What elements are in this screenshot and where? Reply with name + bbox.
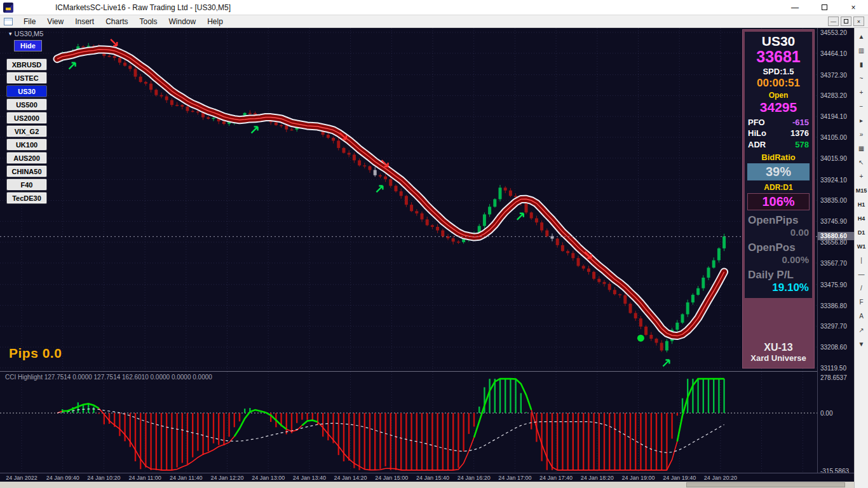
time-axis[interactable]: 24 Jan 202224 Jan 09:4024 Jan 10:2024 Ja…: [0, 473, 854, 482]
cci-indicator-canvas[interactable]: [0, 372, 817, 473]
menu-item-window[interactable]: Window: [163, 16, 202, 27]
zoom-out-icon[interactable]: −: [856, 100, 867, 113]
time-axis-label: 24 Jan 13:40: [293, 475, 326, 481]
symbol-button-us2000[interactable]: US2000: [6, 112, 47, 124]
chart-window-icon: [4, 18, 13, 25]
panel-footer-subtitle: Xard Universe: [743, 353, 814, 363]
mdi-minimize-button[interactable]: —: [828, 17, 839, 26]
price-scale[interactable]: 33680.60 34553.2034464.1034372.3034283.2…: [818, 28, 854, 482]
scroll-down-icon[interactable]: ▼: [856, 338, 867, 351]
time-axis-label: 24 Jan 19:00: [621, 475, 654, 481]
symbol-button-vix_g2[interactable]: VIX_G2: [6, 125, 47, 137]
app-logo-icon: [3, 3, 13, 13]
period-d1[interactable]: D1: [856, 226, 867, 239]
scroll-up-icon[interactable]: ▲: [856, 30, 867, 43]
symbol-button-f40[interactable]: F40: [6, 179, 47, 191]
window-controls: — ×: [780, 0, 868, 15]
open-pips-value: 0.00: [748, 227, 809, 238]
panel-row-pfo: PFO-615: [748, 117, 809, 128]
symbol-button-uk100[interactable]: UK100: [6, 139, 47, 151]
price-axis-label: 33924.10: [820, 177, 847, 184]
time-axis-label: 24 Jan 15:40: [416, 475, 449, 481]
horizontal-line-icon[interactable]: —: [856, 268, 867, 281]
symbol-button-ustec[interactable]: USTEC: [6, 72, 47, 84]
price-axis-label: 33567.70: [820, 260, 847, 267]
symbol-button-aus200[interactable]: AUS200: [6, 152, 47, 164]
signal-dot-icon: [637, 335, 644, 342]
line-chart-icon[interactable]: ~: [856, 72, 867, 85]
scrollbar-thumb[interactable]: [686, 482, 845, 487]
price-axis-label: 33745.90: [820, 218, 847, 225]
price-axis-label: 34194.10: [820, 113, 847, 120]
symbol-button-us500[interactable]: US500: [6, 98, 47, 111]
row-label: ADR: [748, 139, 766, 151]
price-axis-label: 33386.80: [820, 302, 847, 309]
period-m15[interactable]: M15: [856, 184, 867, 197]
candlestick-icon[interactable]: ▮: [856, 58, 867, 71]
symbol-button-tecde30[interactable]: TecDE30: [6, 192, 47, 204]
panel-stat-rows: PFO-615HiLo1376ADR578: [748, 117, 809, 151]
text-label-icon[interactable]: A: [856, 310, 867, 323]
time-axis-label: 24 Jan 15:00: [375, 475, 408, 481]
chart-shift-icon[interactable]: »: [856, 128, 867, 141]
price-axis-label: 33656.80: [820, 239, 847, 246]
time-axis-label: 24 Jan 10:20: [87, 475, 120, 481]
sell-arrow-icon: [111, 39, 117, 46]
panel-row-hilo: HiLo1376: [748, 128, 809, 139]
menu-item-help[interactable]: Help: [201, 16, 229, 27]
time-axis-label: 24 Jan 13:00: [252, 475, 285, 481]
menu-item-file[interactable]: File: [18, 16, 41, 27]
menu-item-view[interactable]: View: [41, 16, 69, 27]
zoom-in-icon[interactable]: +: [856, 86, 867, 99]
window-splitter[interactable]: [0, 371, 854, 372]
panel-open-price: 34295: [760, 100, 797, 114]
time-axis-label: 24 Jan 14:20: [334, 475, 367, 481]
indicator-header: CCI Highlight 127.7514 0.0000 127.7514 1…: [5, 374, 212, 381]
chart-symbol-tab[interactable]: ▾ US30,M5: [9, 30, 43, 37]
horizontal-scrollbar[interactable]: [0, 482, 854, 488]
vertical-line-icon[interactable]: |: [856, 254, 867, 267]
price-axis-label: 34553.20: [820, 29, 847, 36]
symbol-button-china50[interactable]: CHINA50: [6, 165, 47, 177]
mdi-close-button[interactable]: ×: [853, 17, 864, 26]
application-window: ICMarketsSC-Live16 - Raw Trading Ltd - […: [0, 0, 868, 488]
panel-footer-title: XU-13: [743, 342, 814, 353]
cursor-icon[interactable]: ↖: [856, 156, 867, 169]
row-value: -615: [792, 117, 809, 128]
menu-item-insert[interactable]: Insert: [69, 16, 100, 27]
price-chart-canvas[interactable]: [0, 28, 817, 371]
menu-items: FileViewInsertChartsToolsWindowHelp: [18, 16, 229, 27]
period-h1[interactable]: H1: [856, 198, 867, 211]
symbol-button-us30[interactable]: US30: [6, 85, 47, 97]
symbol-list: XBRUSDUSTECUS30US500US2000VIX_G2UK100AUS…: [6, 58, 47, 204]
cci-scale-label: 278.6537: [820, 374, 847, 381]
time-axis-label: 24 Jan 20:20: [704, 475, 737, 481]
grid-icon[interactable]: ▦: [856, 142, 867, 155]
close-button[interactable]: ×: [839, 0, 868, 15]
menu-item-tools[interactable]: Tools: [134, 16, 163, 27]
panel-bid-price: 33681: [756, 48, 801, 66]
time-axis-label: 24 Jan 2022: [6, 475, 37, 481]
period-h4[interactable]: H4: [856, 212, 867, 225]
menu-item-charts[interactable]: Charts: [100, 16, 133, 27]
arrow-objects-icon[interactable]: ↗: [856, 324, 867, 337]
bar-chart-icon[interactable]: ▥: [856, 44, 867, 57]
period-w1[interactable]: W1: [856, 240, 867, 253]
window-title: ICMarketsSC-Live16 - Raw Trading Ltd - […: [55, 3, 231, 12]
minimize-button[interactable]: —: [780, 0, 810, 15]
auto-scroll-icon[interactable]: ▸: [856, 114, 867, 127]
price-axis-label: 33119.50: [820, 365, 846, 372]
pips-counter: Pips 0.0: [9, 346, 62, 361]
symbol-button-xbrusd[interactable]: XBRUSD: [6, 58, 47, 71]
title-bar: ICMarketsSC-Live16 - Raw Trading Ltd - […: [0, 0, 868, 15]
hide-button[interactable]: Hide: [14, 40, 42, 51]
crosshair-icon[interactable]: +: [856, 170, 867, 183]
fibonacci-icon[interactable]: F: [856, 296, 867, 309]
mdi-restore-button[interactable]: [841, 17, 851, 26]
maximize-button[interactable]: [810, 0, 839, 15]
maximize-icon: [822, 4, 827, 10]
bid-ratio-value: 39%: [747, 163, 810, 180]
trendline-icon[interactable]: /: [856, 282, 867, 295]
adr-d1-label: ADR:D1: [764, 183, 792, 192]
adr-d1-value: 106%: [747, 193, 810, 210]
